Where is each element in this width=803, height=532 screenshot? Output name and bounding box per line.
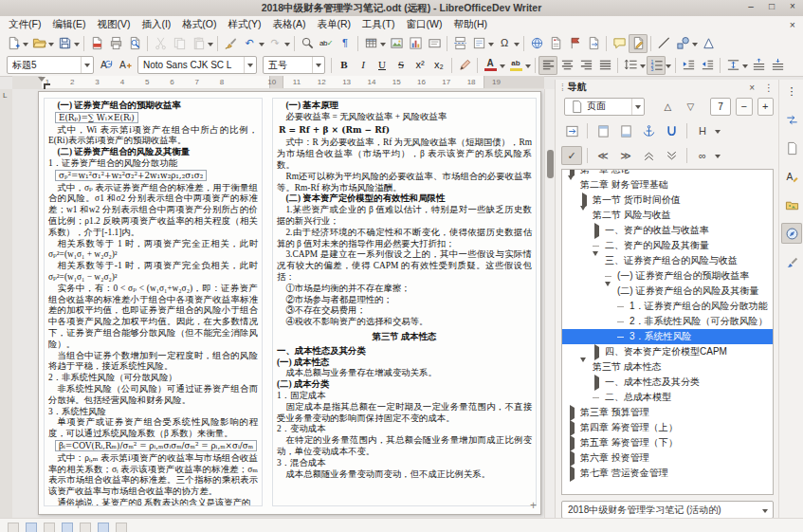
properties-deck-icon[interactable]: [781, 109, 802, 130]
tree-expander[interactable]: [593, 241, 601, 251]
paragraph-spacing-button[interactable]: [723, 56, 742, 75]
save-button[interactable]: [55, 34, 74, 53]
clone-formatting-button[interactable]: [221, 34, 240, 53]
tree-item[interactable]: 一、资产的收益与收益率: [562, 223, 773, 238]
promote-chapter-icon[interactable]: [638, 146, 659, 165]
tree-item[interactable]: 第六章 投资管理: [562, 450, 773, 466]
heading-levels-button[interactable]: H: [692, 121, 713, 140]
tree-item[interactable]: 第四章 筹资管理（上）: [562, 420, 773, 435]
highlight-color-button[interactable]: ab: [506, 56, 525, 75]
tree-item[interactable]: 三、证券资产组合的风险与收益: [562, 253, 773, 268]
tree-expander[interactable]: [568, 468, 576, 479]
navigate-by-dropdown[interactable]: [631, 99, 644, 115]
insert-field-dropdown-arrow[interactable]: [488, 43, 494, 49]
header-icon[interactable]: [593, 121, 613, 140]
menu-item-1[interactable]: 编辑(E): [46, 17, 91, 32]
align-justify-button[interactable]: [595, 56, 614, 75]
text-column-right[interactable]: (一) 基本原理必要收益率 = 无风险收益率 + 风险收益率R = Rf + β…: [272, 98, 537, 506]
font-color-dropdown-arrow[interactable]: [500, 64, 505, 71]
page-break-button[interactable]: [450, 34, 469, 53]
insert-table-dropdown-arrow[interactable]: [380, 43, 386, 49]
tree-item[interactable]: 第一节 货币时间价值: [562, 193, 773, 208]
drag-mode-button-dropdown-arrow[interactable]: [715, 155, 721, 161]
navigator-menu-button[interactable]: ⋮: [764, 83, 774, 93]
tree-expander[interactable]: [568, 180, 576, 191]
insert-field-button[interactable]: [469, 34, 488, 53]
page-deck-icon[interactable]: [781, 138, 802, 158]
tree-item[interactable]: 第二章 财务管理基础: [562, 177, 773, 193]
line-spacing-dropdown-arrow[interactable]: [640, 64, 646, 71]
tree-item[interactable]: 第二节 风险与收益: [562, 208, 773, 223]
cut-button[interactable]: [151, 34, 170, 53]
undo-dropdown-arrow[interactable]: [259, 43, 265, 49]
ordered-list-button[interactable]: 123: [647, 56, 666, 75]
update-style-button[interactable]: A: [97, 56, 116, 75]
tree-item[interactable]: 第三章 预算管理: [562, 405, 773, 420]
tree-expander[interactable]: [580, 362, 589, 373]
comment-button[interactable]: [610, 34, 629, 53]
navigator-grip[interactable]: ⁞: [561, 83, 564, 93]
tree-expander[interactable]: [593, 347, 601, 358]
menu-item-7[interactable]: 表单(R): [312, 17, 357, 32]
basic-shapes-button[interactable]: [673, 34, 692, 53]
align-right-button[interactable]: [576, 56, 595, 75]
horizontal-ruler[interactable]: 1234567810111213141516171819: [12, 76, 544, 90]
minimize-button[interactable]: –: [745, 1, 757, 11]
insert-table-button[interactable]: [361, 34, 380, 53]
tree-expander[interactable]: [617, 317, 626, 327]
font-color-button[interactable]: A: [481, 56, 500, 75]
tree-item[interactable]: 第三节 成本性态: [562, 359, 773, 375]
sidebar-menu-icon[interactable]: ⋮: [781, 81, 802, 101]
menu-item-8[interactable]: 工具(T): [356, 17, 400, 32]
tree-item[interactable]: 1．证券资产组合的风险分散功能: [562, 299, 773, 314]
menu-item-4[interactable]: 格式(O): [176, 17, 222, 32]
insert-chart-button[interactable]: [406, 34, 425, 53]
redo-button[interactable]: ↷: [265, 34, 284, 53]
active-document-dropdown[interactable]: [758, 502, 773, 518]
content-navigation-view-icon[interactable]: [561, 121, 582, 140]
hyperlink-button[interactable]: [527, 34, 546, 53]
heading-levels-button-dropdown-arrow[interactable]: [715, 130, 721, 137]
track-changes-button[interactable]: [629, 34, 648, 53]
footnote-button[interactable]: [546, 34, 565, 53]
draw-functions-button[interactable]: [699, 34, 718, 53]
new-document-button[interactable]: [4, 34, 23, 53]
navigator-content-tree[interactable]: 第一章 总论第二章 财务管理基础第一节 货币时间价值第二节 风险与收益一、资产的…: [561, 169, 774, 495]
tree-expander[interactable]: [593, 256, 601, 266]
character-highlighting-pen-button[interactable]: [455, 56, 474, 75]
open-folder-dropdown-arrow[interactable]: [48, 43, 54, 49]
basic-shapes-dropdown-arrow[interactable]: [692, 43, 698, 49]
tree-item[interactable]: (二) 证券资产组合的风险及其衡量: [562, 284, 773, 299]
tree-item[interactable]: 四、资本资产定价模型CAPM: [562, 344, 773, 359]
menu-item-0[interactable]: 文件(F): [3, 17, 46, 32]
tree-expander[interactable]: [617, 332, 626, 342]
underline-button[interactable]: U: [373, 56, 392, 75]
find-replace-button[interactable]: [298, 34, 317, 53]
new-document-dropdown-arrow[interactable]: [23, 43, 28, 49]
insert-image-button[interactable]: [387, 34, 406, 53]
tree-expander[interactable]: [593, 393, 601, 403]
new-style-button[interactable]: A: [116, 56, 135, 75]
tree-expander[interactable]: [605, 271, 613, 282]
tree-expander[interactable]: [568, 423, 576, 433]
tab-type-selector[interactable]: L: [3, 91, 7, 100]
font-size-combo-dropdown[interactable]: [312, 57, 324, 73]
decrease-indent-button[interactable]: [698, 56, 717, 75]
drag-mode-button[interactable]: ∞: [692, 146, 713, 165]
tree-expander[interactable]: [568, 438, 576, 449]
redo-dropdown-arrow[interactable]: [284, 43, 290, 49]
insert-text-box-button[interactable]: [425, 34, 444, 53]
gallery-deck-icon[interactable]: [781, 194, 802, 215]
indent-marker[interactable]: [38, 77, 46, 85]
decrease-paragraph-spacing-button[interactable]: [768, 56, 787, 75]
close-button[interactable]: ×: [787, 1, 798, 11]
insert-line-button[interactable]: [654, 34, 673, 53]
italic-button[interactable]: I: [354, 56, 373, 75]
tree-expander[interactable]: [568, 169, 576, 175]
line-spacing-button[interactable]: [621, 56, 640, 75]
copy-button[interactable]: [170, 34, 189, 53]
maximize-button[interactable]: □: [766, 1, 777, 11]
ordered-list-dropdown-arrow[interactable]: [666, 64, 671, 71]
anchor-icon[interactable]: [638, 121, 659, 140]
previous-page-button[interactable]: △: [657, 97, 678, 116]
